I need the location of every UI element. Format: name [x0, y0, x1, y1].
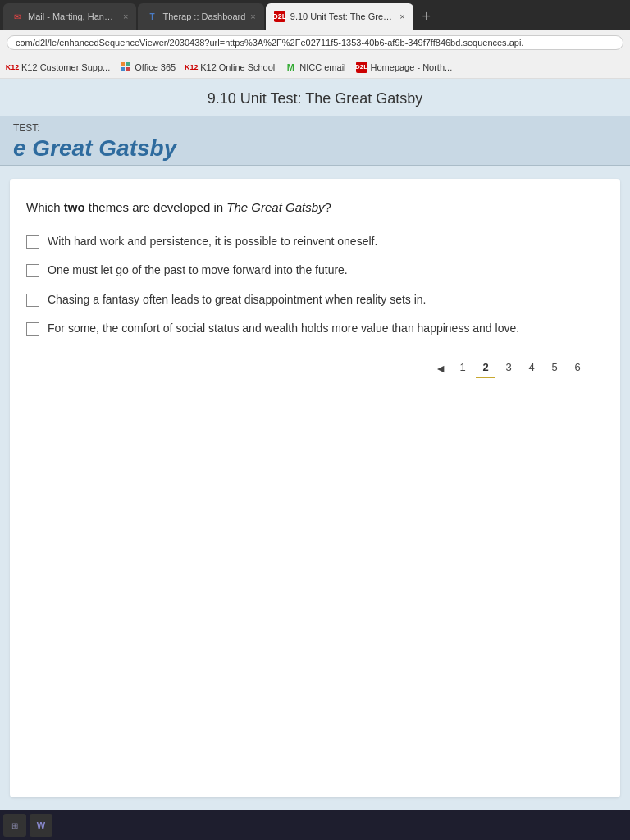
tab-mail-label: Mail - Marting, Hanna (JAVA St. — [28, 11, 118, 21]
therap-tab-icon: T — [146, 11, 158, 22]
answer-text-4: For some, the comfort of social status a… — [48, 321, 519, 337]
question-card: Which two themes are developed in The Gr… — [10, 179, 620, 797]
pagination: ◄ 1 2 3 4 5 6 — [26, 350, 604, 386]
taskbar-icon-2: W — [37, 820, 45, 830]
k12-support-icon: K12 — [7, 62, 18, 73]
bookmark-k12online[interactable]: K12 K12 Online School — [185, 62, 275, 73]
bookmarks-bar: K12 K12 Customer Supp... Office 365 K12 … — [0, 56, 630, 79]
tab-mail[interactable]: ✉ Mail - Marting, Hanna (JAVA St. × — [3, 3, 136, 30]
question-mid: themes are developed in — [85, 200, 227, 214]
tab-test-label: 9.10 Unit Test: The Great Gatsby — [290, 11, 395, 21]
page-btn-5[interactable]: 5 — [545, 358, 564, 378]
question-text: Which two themes are developed in The Gr… — [26, 199, 604, 217]
browser-frame: ✉ Mail - Marting, Hanna (JAVA St. × T Th… — [0, 0, 630, 840]
bookmark-nicc[interactable]: M NICC email — [285, 62, 345, 73]
page-prev-button[interactable]: ◄ — [435, 362, 446, 375]
bookmark-k12support[interactable]: K12 K12 Customer Supp... — [7, 62, 110, 73]
page-btn-1[interactable]: 1 — [453, 358, 472, 378]
page-btn-3[interactable]: 3 — [499, 358, 518, 378]
answer-checkbox-3[interactable] — [26, 294, 39, 307]
tab-bar: ✉ Mail - Marting, Hanna (JAVA St. × T Th… — [0, 0, 630, 30]
tab-mail-close[interactable]: × — [123, 11, 128, 21]
answer-text-2: One must let go of the past to move forw… — [48, 262, 348, 279]
mail-tab-icon: ✉ — [11, 11, 23, 22]
question-italic: The Great Gatsby — [226, 200, 324, 214]
taskbar: ⊞ W — [0, 810, 630, 840]
bookmark-nicc-label: NICC email — [299, 62, 345, 72]
d2l-tab-icon: D2L — [274, 11, 285, 22]
answer-option-3[interactable]: Chasing a fantasy often leads to great d… — [26, 292, 604, 308]
bookmark-homepage[interactable]: D2L Homepage - North... — [356, 62, 453, 73]
taskbar-item-2[interactable]: W — [30, 814, 52, 837]
tab-therap-label: Therap :: Dashboard — [162, 11, 245, 21]
answer-option-2[interactable]: One must let go of the past to move forw… — [26, 262, 604, 279]
tab-test-close[interactable]: × — [399, 11, 404, 21]
answer-checkbox-1[interactable] — [26, 235, 39, 249]
test-label: TEST: — [13, 122, 617, 134]
answer-text-3: Chasing a fantasy often leads to great d… — [48, 292, 427, 308]
tab-therap[interactable]: T Therap :: Dashboard × — [138, 3, 263, 30]
page-btn-6[interactable]: 6 — [568, 358, 587, 378]
k12-online-icon: K12 — [185, 62, 197, 73]
taskbar-item-1[interactable]: ⊞ — [3, 814, 26, 837]
bookmark-homepage-label: Homepage - North... — [371, 62, 453, 72]
address-bar-row: com/d2l/le/enhancedSequenceViewer/203043… — [0, 30, 630, 56]
bookmark-office365[interactable]: Office 365 — [120, 62, 176, 73]
question-post: ? — [325, 200, 331, 214]
test-title: e Great Gatsby — [13, 135, 617, 162]
tab-therap-close[interactable]: × — [250, 11, 255, 21]
page-title-bar: 9.10 Unit Test: The Great Gatsby — [0, 79, 630, 116]
page-title: 9.10 Unit Test: The Great Gatsby — [208, 90, 422, 107]
taskbar-icon-1: ⊞ — [11, 821, 18, 830]
question-bold: two — [64, 200, 85, 214]
tab-test[interactable]: D2L 9.10 Unit Test: The Great Gatsby × — [266, 3, 413, 30]
answer-option-4[interactable]: For some, the comfort of social status a… — [26, 321, 604, 337]
page-btn-4[interactable]: 4 — [522, 358, 541, 378]
page-btn-2[interactable]: 2 — [476, 358, 495, 378]
office365-icon — [120, 62, 131, 73]
tab-add-button[interactable]: + — [415, 3, 438, 30]
page-content: 9.10 Unit Test: The Great Gatsby TEST: e… — [0, 79, 630, 810]
address-bar[interactable]: com/d2l/le/enhancedSequenceViewer/203043… — [7, 35, 623, 50]
bookmark-k12online-label: K12 Online School — [200, 62, 275, 72]
bookmark-office365-label: Office 365 — [135, 62, 176, 72]
answer-checkbox-2[interactable] — [26, 264, 39, 277]
homepage-icon: D2L — [356, 62, 368, 73]
nicc-icon: M — [285, 62, 296, 73]
answer-option-1[interactable]: With hard work and persistence, it is po… — [26, 234, 604, 250]
answer-text-1: With hard work and persistence, it is po… — [48, 234, 377, 250]
answer-checkbox-4[interactable] — [26, 322, 39, 336]
question-pre: Which — [26, 200, 64, 214]
bookmark-k12support-label: K12 Customer Supp... — [21, 62, 110, 72]
test-header: TEST: e Great Gatsby — [0, 116, 630, 166]
